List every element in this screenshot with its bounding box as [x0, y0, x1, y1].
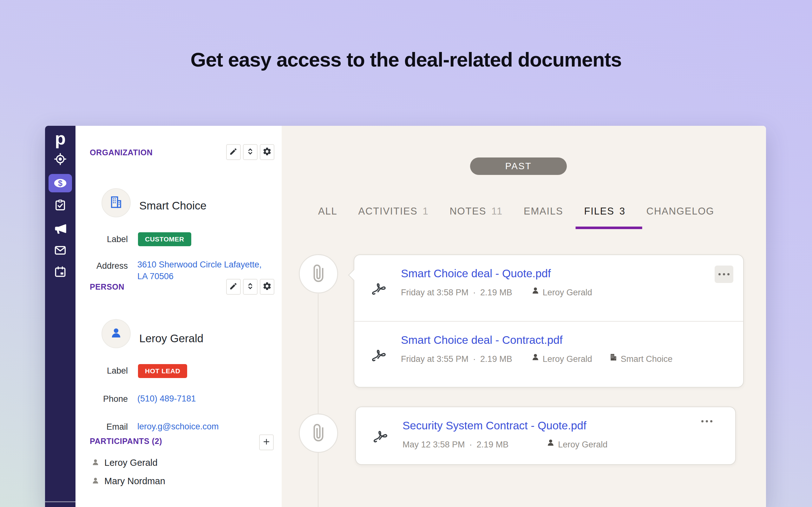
organization-section-header: ORGANIZATION: [90, 148, 153, 157]
gear-icon: [262, 281, 272, 292]
person-icon: [109, 326, 123, 341]
person-avatar: [101, 319, 131, 348]
sidebar-item-campaigns[interactable]: [49, 220, 72, 238]
file-group-card: Security System Contract - Quote.pdf May…: [355, 406, 736, 465]
tab-activities[interactable]: ACTIVITIES1: [358, 206, 429, 229]
organization-actions: [226, 144, 274, 160]
pdf-file-icon: [369, 278, 387, 297]
file-meta: Friday at 3:55 PM · 2.19 MB Leroy Gerald: [401, 352, 672, 366]
marketing-slide: Get easy access to the deal-related docu…: [0, 0, 812, 507]
tab-files[interactable]: FILES3: [584, 206, 625, 229]
file-owner[interactable]: Leroy Gerald: [531, 285, 592, 299]
person-label-field: Label: [75, 366, 128, 376]
past-timeline-badge: PAST: [470, 158, 567, 175]
file-row: Security System Contract - Quote.pdf May…: [356, 407, 735, 464]
pipedrive-logo: p: [45, 128, 75, 149]
person-name[interactable]: Leroy Gerald: [139, 332, 203, 345]
collapse-expand-button[interactable]: [243, 279, 258, 295]
file-owner-name: Leroy Gerald: [558, 438, 607, 452]
file-owner[interactable]: Leroy Gerald: [531, 352, 592, 366]
sidebar-item-calendar[interactable]: [49, 263, 72, 281]
building-icon: [109, 195, 123, 211]
person-icon: [531, 285, 540, 299]
organization-name[interactable]: Smart Choice: [139, 199, 206, 212]
mail-envelope-icon: [53, 243, 67, 257]
edit-button[interactable]: [226, 144, 241, 160]
more-options-button[interactable]: [715, 266, 733, 283]
meta-separator: ·: [469, 438, 472, 452]
meta-separator: ·: [473, 352, 476, 366]
sidebar-bottom-divider: [45, 501, 75, 502]
participant-name[interactable]: Leroy Gerald: [104, 458, 158, 468]
person-icon: [91, 476, 100, 487]
file-row: Smart Choice deal - Quote.pdf Friday at …: [354, 255, 743, 321]
file-meta: Friday at 3:58 PM · 2.19 MB Leroy Gerald: [401, 285, 592, 299]
tab-emails[interactable]: EMAILS: [524, 206, 563, 229]
file-organization[interactable]: Smart Choice: [609, 352, 673, 366]
file-size: 2.19 MB: [477, 438, 509, 452]
file-link[interactable]: Security System Contract - Quote.pdf: [403, 419, 587, 432]
file-meta: May 12 3:58 PM · 2.19 MB Leroy Gerald: [403, 438, 607, 452]
more-options-icon: [718, 273, 721, 275]
participant-list-item[interactable]: Mary Nordman: [91, 476, 165, 487]
more-options-icon: [701, 420, 704, 422]
person-actions: [226, 279, 274, 295]
paperclip-icon: [309, 263, 328, 284]
more-options-button[interactable]: [698, 415, 716, 428]
tab-notes[interactable]: NOTES11: [450, 206, 503, 229]
pdf-file-icon: [371, 426, 389, 445]
deal-timeline-area: PAST ALL ACTIVITIES1 NOTES11 EMAILS FILE…: [282, 126, 766, 507]
edit-button[interactable]: [226, 279, 241, 295]
organization-avatar: [101, 188, 131, 217]
tab-count: 1: [422, 206, 428, 217]
settings-button[interactable]: [260, 144, 274, 160]
file-owner-name: Leroy Gerald: [543, 285, 592, 299]
org-address-field: Address: [75, 261, 128, 271]
hot-lead-badge: HOT LEAD: [138, 364, 187, 378]
file-time: Friday at 3:58 PM: [401, 285, 468, 299]
sidebar-item-leads[interactable]: [49, 150, 72, 168]
sidebar-item-mail[interactable]: [49, 241, 72, 260]
file-time: May 12 3:58 PM: [403, 438, 465, 452]
pencil-icon: [229, 147, 238, 157]
participant-list-item[interactable]: Leroy Gerald: [91, 458, 158, 468]
person-email-link[interactable]: leroy.g@schoice.com: [137, 421, 219, 433]
tab-count: 3: [619, 206, 625, 217]
gear-icon: [262, 147, 272, 158]
sidebar-item-activities[interactable]: [49, 196, 72, 215]
person-phone-field: Phone: [75, 394, 128, 404]
slide-headline: Get easy access to the deal-related docu…: [0, 48, 812, 71]
file-owner[interactable]: Leroy Gerald: [546, 438, 607, 452]
svg-text:$: $: [58, 179, 62, 187]
activities-checklist-icon: [53, 199, 67, 212]
plus-icon: [262, 437, 271, 447]
pipedrive-app-window: p $: [45, 126, 766, 507]
person-icon: [546, 438, 555, 452]
file-link[interactable]: Smart Choice deal - Quote.pdf: [401, 267, 551, 280]
tab-all[interactable]: ALL: [318, 206, 338, 229]
detail-panel: ORGANIZATION: [75, 126, 282, 507]
sidebar-item-deals[interactable]: $: [49, 174, 72, 192]
person-section-header: PERSON: [90, 282, 124, 291]
add-participant-button[interactable]: [259, 435, 274, 450]
org-label-field: Label: [75, 234, 128, 244]
sort-chevrons-icon: [246, 147, 255, 157]
campaigns-megaphone-icon: [53, 222, 67, 236]
timeline-tabs: ALL ACTIVITIES1 NOTES11 EMAILS FILES3 CH…: [318, 206, 714, 229]
tab-count: 11: [491, 206, 503, 217]
meta-separator: ·: [473, 285, 476, 299]
participant-name[interactable]: Mary Nordman: [104, 476, 165, 487]
pdf-file-icon: [369, 344, 387, 363]
settings-button[interactable]: [260, 279, 274, 295]
collapse-expand-button[interactable]: [243, 144, 258, 160]
paperclip-icon: [309, 423, 328, 444]
tab-changelog[interactable]: CHANGELOG: [647, 206, 714, 229]
participants-section-header: PARTICIPANTS (2): [90, 437, 162, 446]
person-phone-link[interactable]: (510) 489-7181: [137, 393, 196, 405]
file-group-card: Smart Choice deal - Quote.pdf Friday at …: [354, 255, 744, 388]
file-link[interactable]: Smart Choice deal - Contract.pdf: [401, 334, 563, 346]
file-owner-name: Leroy Gerald: [543, 352, 592, 366]
person-email-field: Email: [75, 422, 128, 432]
sort-chevrons-icon: [246, 282, 255, 292]
deals-dollar-icon: $: [53, 176, 68, 191]
